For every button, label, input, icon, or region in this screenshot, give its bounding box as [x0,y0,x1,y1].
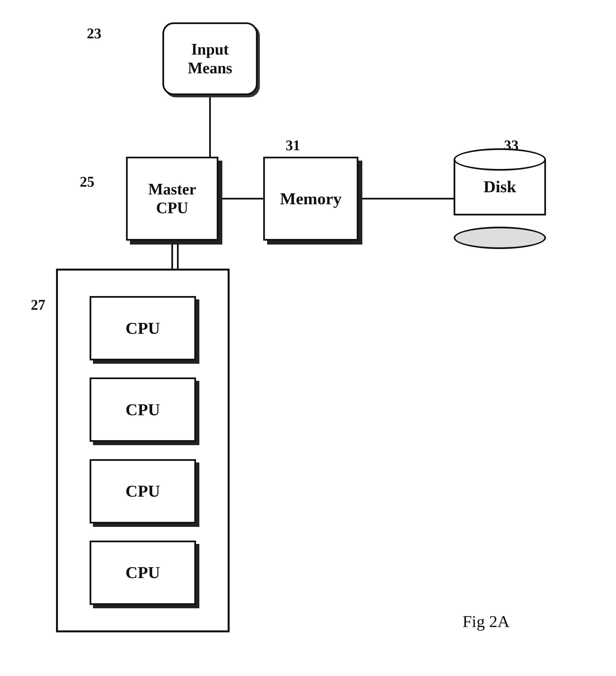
input-means-label-line1: Input [191,40,229,59]
cpu-box-2: CPU [90,378,196,442]
cpu-label-1: CPU [125,319,160,338]
cpu-box-3: CPU [90,459,196,523]
input-means-box: Input Means [162,22,258,95]
master-cpu-box: Master CPU [126,157,218,241]
master-cpu-label-line2: CPU [156,199,188,217]
disk-container: Disk [454,148,546,249]
cpu-label-2: CPU [125,400,160,419]
cpu-label-3: CPU [125,482,160,501]
ref-31: 31 [286,137,300,154]
ref-23: 23 [87,25,101,42]
ref-27: 27 [31,297,45,313]
diagram: 23 Input Means 25 Master CPU 31 Memory 3… [0,0,616,676]
cpu-box-1: CPU [90,296,196,360]
ref-25: 25 [80,173,94,190]
fig-label: Fig 2A [463,612,510,631]
disk-top [454,148,546,171]
input-means-label-line2: Means [188,59,233,77]
cpu-box-4: CPU [90,541,196,605]
memory-label: Memory [280,189,342,209]
cpu-array-container: CPU CPU CPU CPU [56,269,229,632]
cpu-label-4: CPU [125,563,160,582]
disk-bottom [454,227,546,249]
memory-box: Memory [263,157,358,241]
disk-label: Disk [483,177,516,196]
master-cpu-label-line1: Master [148,180,196,199]
